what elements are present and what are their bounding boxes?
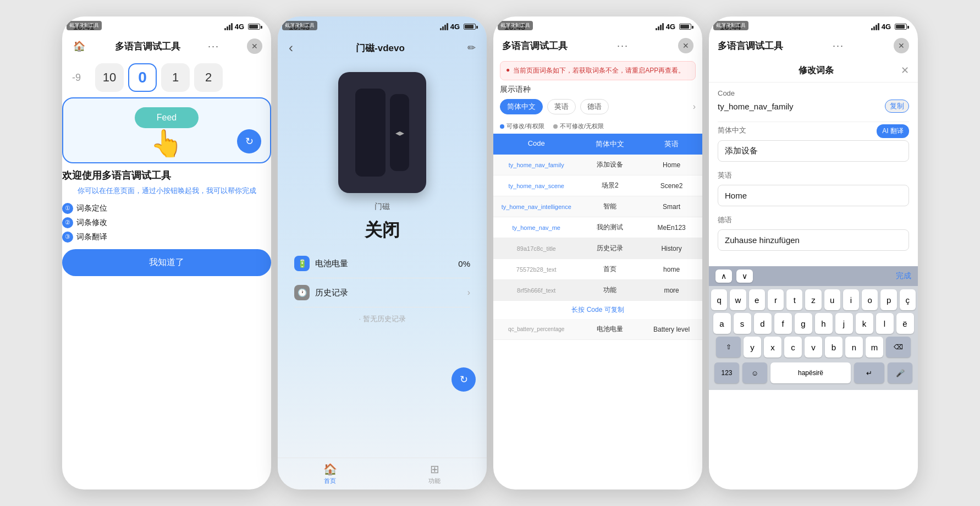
key-x[interactable]: x (764, 337, 781, 358)
key-space[interactable]: hapësirë (770, 362, 851, 383)
table-row[interactable]: ty_home_nav_me 我的测试 MeEn123 (493, 217, 702, 238)
key-mic[interactable]: 🎤 (888, 362, 912, 383)
de-input[interactable] (718, 229, 909, 251)
key-return[interactable]: ↵ (854, 362, 884, 383)
key-d[interactable]: d (754, 313, 772, 334)
welcome-title: 欢迎使用多语言调试工具 (62, 169, 271, 182)
cell-zh-7: 电池电量 (579, 319, 641, 339)
table-row[interactable]: ty_home_nav_scene 场景2 Scene2 (493, 175, 702, 196)
cell-code-2[interactable]: ty_home_nav_intelligence (493, 196, 579, 217)
nav-dots-4[interactable]: ··· (833, 40, 844, 52)
copy-button[interactable]: 复制 (885, 100, 909, 113)
num-1: 1 (161, 63, 190, 92)
watermark-4: 截屏录制工具 (713, 21, 748, 30)
key-c[interactable]: c (784, 337, 802, 358)
cell-zh-1: 场景2 (579, 175, 641, 196)
kb-down-btn[interactable]: ∨ (736, 270, 753, 283)
confirm-button[interactable]: 我知道了 (62, 249, 271, 276)
key-p[interactable]: p (880, 289, 896, 310)
key-k[interactable]: k (856, 313, 873, 334)
cell-code-3[interactable]: ty_home_nav_me (493, 217, 579, 238)
key-m[interactable]: m (866, 337, 883, 358)
key-c-cedil[interactable]: ç (900, 289, 916, 310)
key-s[interactable]: s (734, 313, 751, 334)
en-input[interactable] (718, 185, 909, 206)
key-o[interactable]: o (862, 289, 878, 310)
key-u[interactable]: u (824, 289, 840, 310)
lang-de[interactable]: 德语 (580, 99, 609, 114)
key-123[interactable]: 123 (714, 362, 739, 383)
zh-input[interactable] (718, 140, 909, 162)
nav-title-3: 多语言调试工具 (502, 40, 568, 52)
tab-home-2[interactable]: 🏠 首页 (278, 463, 382, 485)
key-f[interactable]: f (774, 313, 792, 334)
table-row[interactable]: ty_home_nav_family 添加设备 Home (493, 155, 702, 175)
key-g[interactable]: g (795, 313, 812, 334)
key-y[interactable]: y (744, 337, 761, 358)
nav-close-4[interactable]: ✕ (894, 38, 909, 53)
lang-zh[interactable]: 简体中文 (500, 99, 543, 114)
lang-en[interactable]: 英语 (547, 99, 576, 114)
key-shift[interactable]: ⇧ (716, 337, 741, 358)
lang-more-icon[interactable]: › (693, 102, 696, 112)
cell-en-4: History (641, 238, 702, 258)
key-backspace[interactable]: ⌫ (886, 337, 911, 358)
table-row[interactable]: ty_home_nav_intelligence 智能 Smart (493, 196, 702, 217)
key-t[interactable]: t (786, 289, 802, 310)
number-scroll: -9 10 0 1 2 (62, 63, 271, 92)
kb-up-btn[interactable]: ∧ (715, 270, 732, 283)
floating-btn-2[interactable]: ↻ (452, 367, 476, 392)
history-row[interactable]: 🕐 历史记录 › (294, 278, 470, 307)
floating-action-btn[interactable]: ↻ (237, 129, 261, 153)
modal-close-btn[interactable]: ✕ (901, 64, 909, 76)
device-label: 门磁 (375, 202, 390, 212)
cell-code-0[interactable]: ty_home_nav_family (493, 155, 579, 175)
num-10: 10 (95, 63, 124, 92)
table-row[interactable]: qc_battery_percentage 电池电量 Battery level (493, 319, 702, 340)
key-n[interactable]: n (845, 337, 863, 358)
feature-item-3: ③词条翻译 (62, 232, 271, 243)
cell-code-1[interactable]: ty_home_nav_scene (493, 175, 579, 196)
nav-close-1[interactable]: ✕ (247, 38, 262, 54)
cell-code-5[interactable]: 75572b28_text (493, 259, 579, 279)
key-e[interactable]: e (749, 289, 765, 310)
key-i[interactable]: i (843, 289, 859, 310)
key-l[interactable]: l (876, 313, 894, 334)
feed-button[interactable]: Feed (135, 107, 199, 128)
key-emoji[interactable]: ☺ (742, 362, 767, 383)
cell-code-7[interactable]: qc_battery_percentage (493, 319, 579, 339)
num-0[interactable]: 0 (128, 63, 157, 92)
table-row[interactable]: 75572b28_text 首页 home (493, 259, 702, 280)
home-icon-1[interactable]: 🏠 (71, 38, 87, 54)
key-q[interactable]: q (711, 289, 727, 310)
kb-row-2: a s d f g h j k l ë (711, 313, 916, 334)
key-v[interactable]: v (805, 337, 822, 358)
history-arrow-icon: › (467, 288, 470, 298)
watermark-1: 截屏录制工具 (67, 21, 102, 30)
signal-icon-4 (871, 23, 879, 30)
key-j[interactable]: j (835, 313, 853, 334)
device-status: 关闭 (365, 218, 400, 243)
tab-func-2[interactable]: ⊞ 功能 (382, 463, 487, 485)
cell-code-6[interactable]: 8rf5h666f_text (493, 280, 579, 300)
key-z[interactable]: z (805, 289, 821, 310)
feed-area: Feed 👆 ↻ (62, 97, 271, 163)
ai-translate-btn[interactable]: AI 翻译 (877, 124, 909, 138)
nav-close-3[interactable]: ✕ (678, 38, 693, 53)
key-w[interactable]: w (730, 289, 746, 310)
nav-dots-1[interactable]: ··· (208, 41, 219, 52)
key-h[interactable]: h (815, 313, 833, 334)
table-row[interactable]: 8rf5h666f_text 功能 more (493, 280, 702, 301)
kb-done-btn[interactable]: 完成 (896, 271, 911, 281)
zh-field-label: 简体中文 (718, 125, 746, 135)
key-a[interactable]: a (713, 313, 731, 334)
back-icon-2[interactable]: ‹ (287, 38, 295, 58)
key-e-diaer[interactable]: ë (896, 313, 914, 334)
cell-code-4[interactable]: 89a17c8c_title (493, 238, 579, 258)
nav-title-4: 多语言调试工具 (718, 40, 783, 52)
nav-dots-3[interactable]: ··· (617, 40, 629, 52)
key-r[interactable]: r (768, 289, 784, 310)
table-row[interactable]: 89a17c8c_title 历史记录 History (493, 238, 702, 259)
edit-icon-2[interactable]: ✏ (465, 40, 478, 56)
key-b[interactable]: b (825, 337, 843, 358)
